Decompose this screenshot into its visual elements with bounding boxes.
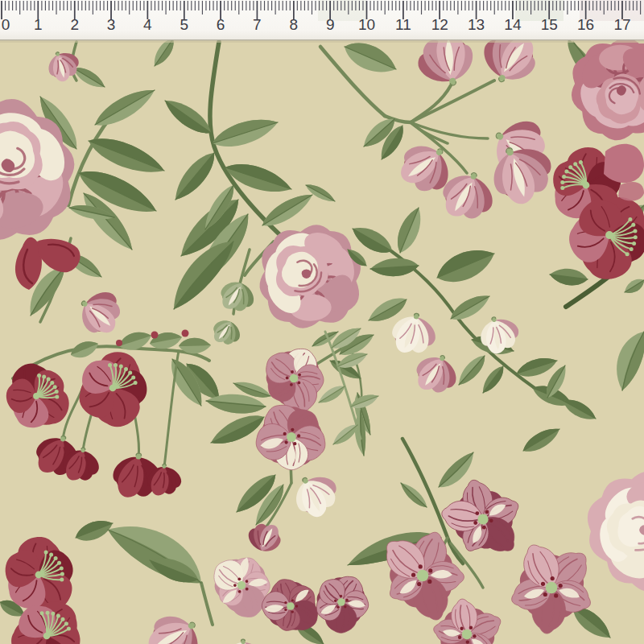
- svg-text:10: 10: [358, 16, 375, 33]
- svg-text:16: 16: [577, 16, 594, 33]
- svg-text:6: 6: [217, 16, 225, 33]
- svg-text:5: 5: [180, 16, 189, 33]
- svg-text:4: 4: [143, 16, 152, 33]
- svg-text:17: 17: [613, 16, 630, 33]
- svg-text:8: 8: [290, 16, 299, 33]
- svg-text:14: 14: [504, 16, 522, 33]
- svg-text:13: 13: [468, 16, 485, 33]
- svg-text:3: 3: [107, 16, 116, 33]
- svg-text:15: 15: [541, 16, 558, 33]
- svg-text:7: 7: [253, 16, 262, 33]
- svg-text:1: 1: [34, 16, 43, 33]
- svg-text:0: 0: [2, 16, 10, 33]
- svg-text:12: 12: [431, 16, 448, 33]
- svg-text:11: 11: [395, 16, 411, 33]
- svg-text:2: 2: [70, 16, 79, 33]
- svg-text:9: 9: [326, 16, 335, 33]
